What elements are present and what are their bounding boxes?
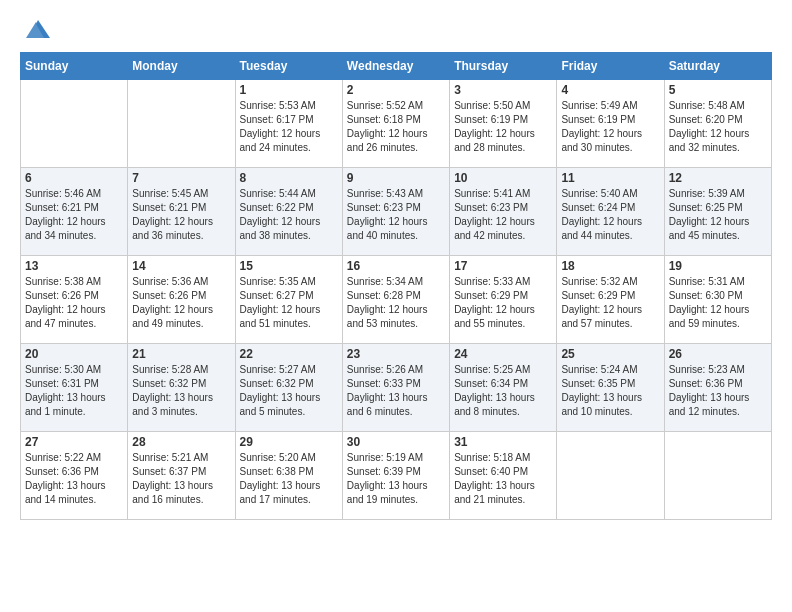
calendar-cell: 16Sunrise: 5:34 AM Sunset: 6:28 PM Dayli…	[342, 256, 449, 344]
day-number: 7	[132, 171, 230, 185]
day-number: 24	[454, 347, 552, 361]
day-number: 17	[454, 259, 552, 273]
calendar-header-row: SundayMondayTuesdayWednesdayThursdayFrid…	[21, 53, 772, 80]
calendar-week-row: 6Sunrise: 5:46 AM Sunset: 6:21 PM Daylig…	[21, 168, 772, 256]
day-number: 29	[240, 435, 338, 449]
calendar-cell: 29Sunrise: 5:20 AM Sunset: 6:38 PM Dayli…	[235, 432, 342, 520]
calendar-cell: 26Sunrise: 5:23 AM Sunset: 6:36 PM Dayli…	[664, 344, 771, 432]
day-number: 14	[132, 259, 230, 273]
day-number: 1	[240, 83, 338, 97]
day-number: 16	[347, 259, 445, 273]
calendar-day-header: Tuesday	[235, 53, 342, 80]
day-number: 13	[25, 259, 123, 273]
day-info: Sunrise: 5:39 AM Sunset: 6:25 PM Dayligh…	[669, 187, 767, 243]
calendar-cell: 24Sunrise: 5:25 AM Sunset: 6:34 PM Dayli…	[450, 344, 557, 432]
day-info: Sunrise: 5:38 AM Sunset: 6:26 PM Dayligh…	[25, 275, 123, 331]
day-info: Sunrise: 5:44 AM Sunset: 6:22 PM Dayligh…	[240, 187, 338, 243]
calendar-cell: 6Sunrise: 5:46 AM Sunset: 6:21 PM Daylig…	[21, 168, 128, 256]
day-info: Sunrise: 5:30 AM Sunset: 6:31 PM Dayligh…	[25, 363, 123, 419]
calendar-cell: 12Sunrise: 5:39 AM Sunset: 6:25 PM Dayli…	[664, 168, 771, 256]
day-number: 18	[561, 259, 659, 273]
day-info: Sunrise: 5:33 AM Sunset: 6:29 PM Dayligh…	[454, 275, 552, 331]
calendar-cell: 27Sunrise: 5:22 AM Sunset: 6:36 PM Dayli…	[21, 432, 128, 520]
day-info: Sunrise: 5:35 AM Sunset: 6:27 PM Dayligh…	[240, 275, 338, 331]
calendar-cell: 22Sunrise: 5:27 AM Sunset: 6:32 PM Dayli…	[235, 344, 342, 432]
day-info: Sunrise: 5:28 AM Sunset: 6:32 PM Dayligh…	[132, 363, 230, 419]
calendar-cell	[557, 432, 664, 520]
calendar-day-header: Sunday	[21, 53, 128, 80]
calendar-day-header: Saturday	[664, 53, 771, 80]
day-number: 8	[240, 171, 338, 185]
day-info: Sunrise: 5:36 AM Sunset: 6:26 PM Dayligh…	[132, 275, 230, 331]
day-number: 20	[25, 347, 123, 361]
day-number: 2	[347, 83, 445, 97]
calendar-cell: 31Sunrise: 5:18 AM Sunset: 6:40 PM Dayli…	[450, 432, 557, 520]
calendar-cell: 4Sunrise: 5:49 AM Sunset: 6:19 PM Daylig…	[557, 80, 664, 168]
calendar-cell: 18Sunrise: 5:32 AM Sunset: 6:29 PM Dayli…	[557, 256, 664, 344]
logo	[20, 16, 50, 44]
day-info: Sunrise: 5:48 AM Sunset: 6:20 PM Dayligh…	[669, 99, 767, 155]
day-info: Sunrise: 5:27 AM Sunset: 6:32 PM Dayligh…	[240, 363, 338, 419]
calendar-cell: 1Sunrise: 5:53 AM Sunset: 6:17 PM Daylig…	[235, 80, 342, 168]
calendar-cell: 15Sunrise: 5:35 AM Sunset: 6:27 PM Dayli…	[235, 256, 342, 344]
day-number: 3	[454, 83, 552, 97]
day-number: 21	[132, 347, 230, 361]
day-number: 27	[25, 435, 123, 449]
calendar-table: SundayMondayTuesdayWednesdayThursdayFrid…	[20, 52, 772, 520]
day-info: Sunrise: 5:50 AM Sunset: 6:19 PM Dayligh…	[454, 99, 552, 155]
day-info: Sunrise: 5:18 AM Sunset: 6:40 PM Dayligh…	[454, 451, 552, 507]
day-number: 5	[669, 83, 767, 97]
calendar-cell: 11Sunrise: 5:40 AM Sunset: 6:24 PM Dayli…	[557, 168, 664, 256]
calendar-cell: 2Sunrise: 5:52 AM Sunset: 6:18 PM Daylig…	[342, 80, 449, 168]
day-number: 6	[25, 171, 123, 185]
calendar-day-header: Wednesday	[342, 53, 449, 80]
logo-icon	[22, 16, 50, 44]
day-number: 28	[132, 435, 230, 449]
day-number: 30	[347, 435, 445, 449]
calendar-cell: 8Sunrise: 5:44 AM Sunset: 6:22 PM Daylig…	[235, 168, 342, 256]
day-number: 9	[347, 171, 445, 185]
day-info: Sunrise: 5:25 AM Sunset: 6:34 PM Dayligh…	[454, 363, 552, 419]
calendar-day-header: Friday	[557, 53, 664, 80]
day-info: Sunrise: 5:52 AM Sunset: 6:18 PM Dayligh…	[347, 99, 445, 155]
day-info: Sunrise: 5:45 AM Sunset: 6:21 PM Dayligh…	[132, 187, 230, 243]
calendar-cell	[21, 80, 128, 168]
page-header	[20, 16, 772, 44]
day-info: Sunrise: 5:31 AM Sunset: 6:30 PM Dayligh…	[669, 275, 767, 331]
calendar-week-row: 27Sunrise: 5:22 AM Sunset: 6:36 PM Dayli…	[21, 432, 772, 520]
calendar-cell: 14Sunrise: 5:36 AM Sunset: 6:26 PM Dayli…	[128, 256, 235, 344]
day-number: 23	[347, 347, 445, 361]
calendar-cell	[128, 80, 235, 168]
day-info: Sunrise: 5:41 AM Sunset: 6:23 PM Dayligh…	[454, 187, 552, 243]
calendar-cell: 23Sunrise: 5:26 AM Sunset: 6:33 PM Dayli…	[342, 344, 449, 432]
calendar-cell: 9Sunrise: 5:43 AM Sunset: 6:23 PM Daylig…	[342, 168, 449, 256]
day-info: Sunrise: 5:49 AM Sunset: 6:19 PM Dayligh…	[561, 99, 659, 155]
day-info: Sunrise: 5:26 AM Sunset: 6:33 PM Dayligh…	[347, 363, 445, 419]
day-info: Sunrise: 5:23 AM Sunset: 6:36 PM Dayligh…	[669, 363, 767, 419]
day-info: Sunrise: 5:22 AM Sunset: 6:36 PM Dayligh…	[25, 451, 123, 507]
calendar-cell: 5Sunrise: 5:48 AM Sunset: 6:20 PM Daylig…	[664, 80, 771, 168]
day-number: 10	[454, 171, 552, 185]
day-info: Sunrise: 5:20 AM Sunset: 6:38 PM Dayligh…	[240, 451, 338, 507]
day-info: Sunrise: 5:21 AM Sunset: 6:37 PM Dayligh…	[132, 451, 230, 507]
day-number: 22	[240, 347, 338, 361]
calendar-cell: 19Sunrise: 5:31 AM Sunset: 6:30 PM Dayli…	[664, 256, 771, 344]
calendar-cell: 30Sunrise: 5:19 AM Sunset: 6:39 PM Dayli…	[342, 432, 449, 520]
calendar-cell: 13Sunrise: 5:38 AM Sunset: 6:26 PM Dayli…	[21, 256, 128, 344]
day-info: Sunrise: 5:34 AM Sunset: 6:28 PM Dayligh…	[347, 275, 445, 331]
calendar-cell: 25Sunrise: 5:24 AM Sunset: 6:35 PM Dayli…	[557, 344, 664, 432]
day-number: 26	[669, 347, 767, 361]
day-number: 4	[561, 83, 659, 97]
calendar-week-row: 1Sunrise: 5:53 AM Sunset: 6:17 PM Daylig…	[21, 80, 772, 168]
calendar-cell: 17Sunrise: 5:33 AM Sunset: 6:29 PM Dayli…	[450, 256, 557, 344]
calendar-cell: 21Sunrise: 5:28 AM Sunset: 6:32 PM Dayli…	[128, 344, 235, 432]
calendar-week-row: 13Sunrise: 5:38 AM Sunset: 6:26 PM Dayli…	[21, 256, 772, 344]
day-info: Sunrise: 5:40 AM Sunset: 6:24 PM Dayligh…	[561, 187, 659, 243]
day-number: 25	[561, 347, 659, 361]
calendar-cell: 3Sunrise: 5:50 AM Sunset: 6:19 PM Daylig…	[450, 80, 557, 168]
calendar-day-header: Monday	[128, 53, 235, 80]
calendar-cell	[664, 432, 771, 520]
calendar-cell: 28Sunrise: 5:21 AM Sunset: 6:37 PM Dayli…	[128, 432, 235, 520]
calendar-day-header: Thursday	[450, 53, 557, 80]
calendar-week-row: 20Sunrise: 5:30 AM Sunset: 6:31 PM Dayli…	[21, 344, 772, 432]
